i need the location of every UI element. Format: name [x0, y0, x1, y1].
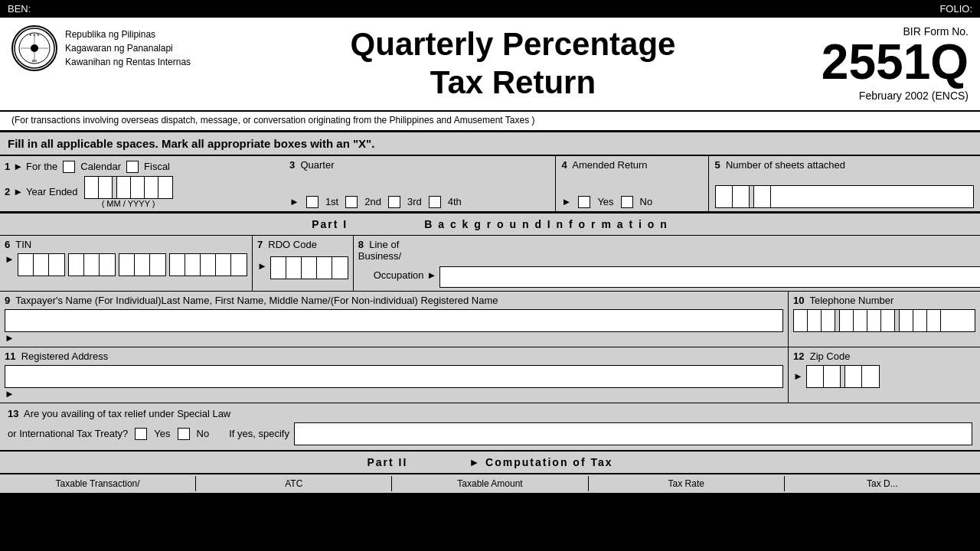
- field1-arrow: ►: [13, 161, 23, 172]
- rdo-cell-4: [317, 257, 332, 279]
- zip-cell-1: [807, 366, 824, 387]
- rdo-cell-2: [286, 257, 302, 279]
- bottom-row: Taxable Transaction/ ATC Taxable Amount …: [0, 474, 980, 494]
- field5-label: Number of sheets attached: [726, 159, 845, 171]
- tin-cell-4: [69, 254, 84, 276]
- sheets-cell-3: [754, 186, 771, 207]
- field12-zip: 12 Zip Code ►: [789, 347, 980, 403]
- field4-number: 4: [562, 159, 567, 171]
- q4-label: 4th: [448, 196, 462, 207]
- field11-label: Registered Address: [21, 350, 108, 362]
- field1-label: For the: [26, 161, 57, 172]
- relief-ifyes-label: If yes, specify: [229, 428, 289, 439]
- tin-cell-9: [150, 254, 165, 276]
- field2-arrow: ►: [13, 186, 23, 197]
- year-cell-6: [158, 177, 172, 198]
- field1-row: 1 ► For the Calendar Fiscal: [0, 156, 283, 174]
- org-line2: Kagawaran ng Pananalapi: [65, 41, 191, 55]
- field9-taxpayer: 9 Taxpayer's Name (For Individual)Last N…: [0, 292, 789, 347]
- q4-checkbox[interactable]: [429, 196, 441, 208]
- header-section: ★ ★ ★ BIR Republika ng Pilipinas Kagawar…: [0, 18, 980, 112]
- field10-number: 10: [793, 295, 804, 306]
- rdo-arrow: ►: [257, 260, 267, 272]
- q2-checkbox[interactable]: [345, 196, 358, 208]
- field4-label: Amended Return: [572, 159, 647, 171]
- tin-group-1[interactable]: [18, 253, 65, 276]
- field8-sublabel: Occupation: [374, 269, 424, 281]
- sheets-input[interactable]: [715, 185, 975, 208]
- year-cell-3: [117, 177, 131, 198]
- rdo-cell-1: [271, 257, 286, 279]
- fields-1-2: 1 ► For the Calendar Fiscal 2 ► Year End…: [0, 156, 283, 211]
- sheets-cell-2: [733, 186, 750, 207]
- address-arrow: ►: [5, 388, 783, 399]
- rdo-input[interactable]: [270, 256, 348, 279]
- instruction-text: Fill in all applicable spaces. Mark all …: [8, 137, 374, 150]
- field8-number: 8: [358, 239, 364, 250]
- year-ended-input[interactable]: [84, 176, 173, 199]
- zip-arrow: ►: [793, 370, 803, 382]
- q3-label: 3rd: [407, 196, 422, 207]
- field11-address: 11 Registered Address ►: [0, 347, 789, 403]
- tel-cell-11: [941, 310, 955, 331]
- taxpayer-arrow: ►: [5, 332, 783, 344]
- tel-cell-6: [867, 310, 881, 331]
- form-date: February 2002 (ENCS): [800, 90, 969, 102]
- amended-yes-checkbox[interactable]: [578, 196, 590, 208]
- field7-rdo: 7 RDO Code ►: [253, 236, 354, 291]
- telephone-input[interactable]: [793, 309, 975, 332]
- form-number: 2551Q: [800, 37, 969, 86]
- tin-cell-5: [84, 254, 100, 276]
- tin-group-3[interactable]: [119, 253, 166, 276]
- tin-group-2[interactable]: [68, 253, 116, 276]
- field3-quarter: 3 Quarter ► 1st 2nd 3rd 4th: [283, 156, 556, 211]
- tin-group-4[interactable]: [169, 253, 247, 276]
- relief-no-checkbox[interactable]: [178, 428, 190, 440]
- zip-cell-2: [824, 366, 841, 387]
- row-address: 11 Registered Address ► 12 Zip Code ►: [0, 347, 980, 403]
- row-relief: 13 Are you availing of tax relief under …: [0, 403, 980, 452]
- year-cell-5: [145, 177, 158, 198]
- lob-input-box[interactable]: [439, 266, 980, 288]
- form-number-area: BIR Form No. 2551Q February 2002 (ENCS): [800, 25, 969, 102]
- top-right-label: FOLIO:: [939, 3, 972, 15]
- tin-arrow: ►: [5, 253, 15, 276]
- part1-header: Part I B a c k g r o u n d I n f o r m a…: [0, 212, 980, 236]
- instruction-bar: Fill in all applicable spaces. Mark all …: [0, 132, 980, 156]
- field2-label: Year Ended: [26, 186, 77, 197]
- form-container: BEN: FOLIO: ★ ★ ★ BIR Republika ng Pilip…: [0, 0, 980, 494]
- relief-yes-checkbox[interactable]: [135, 428, 147, 440]
- tin-cell-12: [201, 254, 216, 276]
- q3-checkbox[interactable]: [388, 196, 400, 208]
- tel-cell-1: [794, 310, 808, 331]
- quarter-options: ► 1st 2nd 3rd 4th: [289, 196, 549, 208]
- tin-cell-14: [231, 254, 247, 276]
- relief-no-label: No: [197, 428, 210, 439]
- field12-number: 12: [793, 350, 804, 362]
- address-input[interactable]: [5, 365, 783, 388]
- q1-checkbox[interactable]: [306, 196, 318, 208]
- amended-yes-label: Yes: [597, 196, 613, 207]
- taxpayer-name-input[interactable]: [5, 309, 783, 332]
- logo-icon: ★ ★ ★ BIR: [11, 25, 57, 71]
- field13-line2-row: or International Tax Treaty? Yes No If y…: [8, 422, 972, 445]
- top-left-label: BEN:: [8, 3, 31, 15]
- note-section: (For transactions involving overseas dis…: [0, 112, 980, 132]
- tin-cell-11: [185, 254, 201, 276]
- amended-no-label: No: [640, 196, 653, 207]
- tel-cell-8: [900, 310, 913, 331]
- field6-label: TIN: [15, 239, 31, 250]
- part2-header: Part II ► Computation of Tax: [0, 452, 980, 474]
- quarter-arrow: ►: [289, 196, 299, 207]
- amended-no-checkbox[interactable]: [621, 196, 633, 208]
- calendar-checkbox[interactable]: [63, 161, 75, 173]
- relief-specify-input[interactable]: [294, 422, 972, 445]
- tin-cell-2: [34, 254, 49, 276]
- field10-label: Telephone Number: [809, 295, 893, 306]
- zip-input[interactable]: [806, 365, 880, 388]
- tel-cell-3: [822, 310, 835, 331]
- part1-label: Part I: [312, 218, 348, 230]
- bottom-col5: Tax D...: [785, 476, 980, 491]
- fiscal-checkbox[interactable]: [126, 161, 139, 173]
- tel-cell-4: [840, 310, 854, 331]
